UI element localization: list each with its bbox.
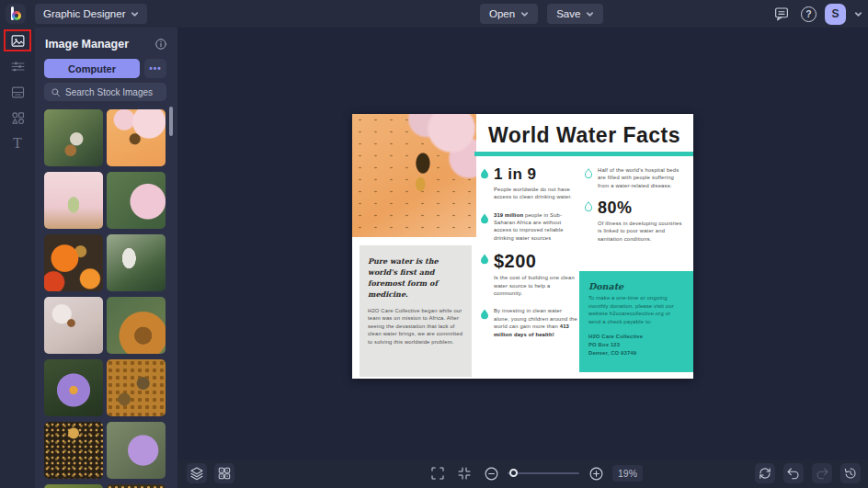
image-thumbnail-bee-on-orange-marigold[interactable] (44, 234, 103, 291)
app-menu-button[interactable]: Graphic Designer (35, 4, 147, 24)
pages-grid-button[interactable] (214, 463, 234, 483)
rail-item-text[interactable]: T (0, 131, 35, 156)
fact-text: People worldwide do not have access to c… (494, 186, 577, 201)
app-menu-label: Graphic Designer (43, 8, 125, 19)
fullscreen-icon (430, 466, 445, 481)
donate-heading: Donate (588, 281, 684, 291)
donate-city: Denver, CO 93749 (588, 349, 684, 357)
save-button[interactable]: Save (547, 4, 603, 24)
info-icon[interactable] (154, 38, 167, 51)
image-manager-panel: Image Manager Computer ••• (35, 28, 177, 488)
panel-scrollbar[interactable] (169, 107, 173, 136)
fullscreen-button[interactable] (428, 463, 448, 483)
donate-po-box: PO Box 123 (588, 341, 684, 349)
fact-80-percent: 80% Of illness in developing countries i… (584, 199, 687, 243)
title-underline (474, 152, 693, 156)
redo-button[interactable] (812, 463, 832, 483)
image-thumbnail-bee-on-purple-flower[interactable] (107, 422, 166, 479)
fit-to-screen-button[interactable] (454, 463, 474, 483)
bee-photo[interactable] (352, 114, 476, 237)
account-chevron-down-icon[interactable] (854, 10, 862, 18)
image-thumbnail-beekeeper-at-hive-garden[interactable] (44, 109, 103, 166)
layers-button[interactable] (187, 463, 207, 483)
zoom-slider-track (508, 472, 579, 474)
poster-title[interactable]: World Water Facts (481, 123, 688, 148)
rail-item-edit[interactable] (0, 53, 35, 79)
history-icon (843, 466, 858, 481)
image-thumbnail-green-meadow-partial[interactable] (44, 484, 103, 488)
zoom-slider-knob[interactable] (509, 469, 518, 477)
stat-value: 1 in 9 (494, 166, 577, 183)
image-thumbnail-bees-on-hive-frame[interactable] (44, 422, 103, 479)
avatar[interactable]: S (825, 4, 846, 25)
image-thumbnail-bee-on-purple-aster[interactable] (44, 359, 103, 416)
befunky-logo[interactable] (6, 4, 26, 24)
stock-search[interactable] (44, 83, 166, 101)
sync-button[interactable] (755, 463, 775, 483)
zoom-out-button[interactable] (481, 463, 501, 483)
redo-icon (815, 466, 829, 481)
poster-design[interactable]: World Water Facts Pure water is the worl… (352, 114, 693, 379)
water-drop-outline-icon (584, 168, 593, 179)
image-thumbnail-bee-on-orange-coneflower[interactable] (107, 297, 166, 354)
poster-left-column[interactable]: Pure water is the world's first and fore… (360, 245, 472, 377)
rail-item-graphics[interactable] (0, 105, 35, 131)
graphic-designer-app: Graphic Designer Open Save ? S (0, 0, 868, 488)
chevron-down-icon (131, 10, 139, 18)
computer-button[interactable]: Computer (44, 59, 140, 78)
rail-item-templates[interactable] (0, 79, 35, 105)
zoom-in-icon (588, 466, 604, 482)
water-drop-outline-icon (584, 201, 593, 212)
chevron-down-icon (520, 10, 529, 18)
image-thumbnail-wasp-on-green-bud[interactable] (44, 172, 103, 229)
image-thumbnail-beekeeper-white-suit[interactable] (107, 234, 166, 291)
help-icon[interactable]: ? (801, 6, 817, 22)
zoom-in-button[interactable] (586, 463, 606, 483)
stat-value: 80% (598, 199, 687, 217)
layers-icon (189, 466, 204, 481)
fact-413-million: By investing in clean water alone, young… (480, 307, 577, 338)
thumbnail-grid (44, 109, 166, 488)
search-input[interactable] (65, 87, 160, 97)
fact-200-dollars: $200 Is the cost of building one clean w… (480, 252, 577, 297)
tool-rail: T (0, 28, 35, 488)
revert-history-button[interactable] (840, 463, 861, 483)
undo-icon (786, 466, 801, 481)
chevron-down-icon (586, 10, 594, 18)
zoom-slider[interactable] (508, 463, 579, 483)
water-drop-icon (480, 168, 489, 179)
grid-icon (217, 466, 232, 481)
zoom-level: 19% (612, 465, 643, 482)
fact-text: Is the cost of building one clean water … (494, 274, 577, 297)
water-drop-icon (480, 213, 489, 224)
canvas-area[interactable]: World Water Facts Pure water is the worl… (177, 28, 868, 460)
shapes-icon (10, 110, 26, 126)
save-label: Save (556, 8, 580, 19)
open-button[interactable]: Open (480, 4, 538, 24)
text-tool-icon: T (13, 135, 22, 152)
top-bar: Graphic Designer Open Save ? S (0, 0, 868, 28)
image-thumbnail-honeycomb-dark-partial[interactable] (107, 484, 166, 488)
undo-button[interactable] (783, 463, 804, 483)
donate-org: H2O Care Collective (588, 333, 684, 341)
poster-about: H2O Care Collective began while our team… (368, 307, 463, 346)
bottom-toolbar: 19% (177, 460, 868, 488)
fact-319-million: 319 million people in Sub-Saharan Africa… (480, 211, 577, 243)
image-thumbnail-bee-on-pink-blossom[interactable] (107, 109, 166, 166)
templates-icon (10, 85, 26, 100)
fact-bold-text: 319 million (494, 212, 523, 218)
fact-text: Of illness in developing countries is li… (598, 220, 687, 243)
fit-screen-icon (457, 466, 472, 481)
feedback-icon[interactable] (771, 3, 793, 25)
image-thumbnail-bumblebee-on-pink-flower[interactable] (107, 172, 166, 229)
zoom-out-icon (484, 466, 499, 482)
poster-middle-column[interactable]: 1 in 9 People worldwide do not have acce… (480, 166, 577, 348)
open-label: Open (489, 8, 515, 19)
image-thumbnail-bee-on-white-blossoms[interactable] (44, 297, 103, 354)
more-options-button[interactable]: ••• (144, 59, 166, 78)
poster-right-column[interactable]: Half of the world's hospital beds are fi… (584, 166, 687, 253)
adjust-sliders-icon (10, 59, 26, 74)
rail-item-image-manager[interactable] (0, 28, 35, 53)
donate-box[interactable]: Donate To make a one-time or ongoing mon… (579, 271, 693, 372)
image-thumbnail-bees-on-honeycomb[interactable] (107, 359, 166, 416)
